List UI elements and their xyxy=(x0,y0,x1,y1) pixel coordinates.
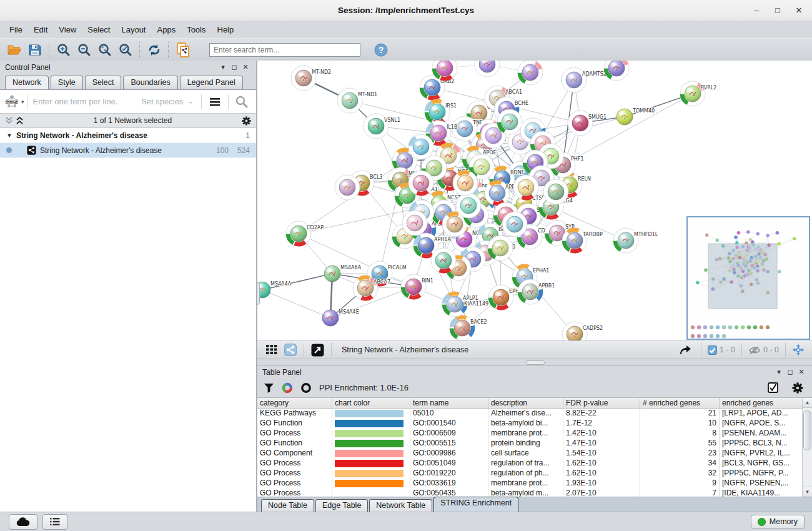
chart-icon[interactable] xyxy=(282,382,293,394)
network-node[interactable] xyxy=(408,171,433,196)
refresh-layout-button[interactable] xyxy=(144,41,164,59)
network-tree-row[interactable]: String Network - Alzheimer's disease1005… xyxy=(0,143,256,158)
zoom-selected-button[interactable] xyxy=(115,41,136,59)
maximize-button[interactable]: □ xyxy=(770,4,786,17)
eye-off-icon[interactable] xyxy=(748,345,761,355)
column-header-termname[interactable]: term name xyxy=(410,398,488,409)
table-row[interactable]: GO FunctionGO:0001540beta-amyloid bi...1… xyxy=(257,419,803,429)
string-share-icon[interactable] xyxy=(281,344,300,356)
menu-tools[interactable]: Tools xyxy=(181,22,211,37)
column-header-description[interactable]: description xyxy=(488,398,563,409)
expand-all-icon[interactable] xyxy=(16,116,24,125)
column-header-enrichedgenes[interactable]: # enriched genes xyxy=(640,398,720,409)
network-node[interactable] xyxy=(513,175,538,200)
tab-edge-table[interactable]: Edge Table xyxy=(315,499,368,512)
scroll-up-arrow[interactable]: ▲ xyxy=(803,398,812,408)
horizontal-splitter[interactable] xyxy=(257,359,812,366)
menu-select[interactable]: Select xyxy=(82,22,116,37)
string-options-icon[interactable] xyxy=(204,97,225,107)
selected-checkbox-icon[interactable] xyxy=(708,345,717,355)
memory-button[interactable]: Memory xyxy=(751,515,805,529)
collapse-all-icon[interactable] xyxy=(5,116,16,125)
network-node[interactable] xyxy=(518,61,543,85)
network-node[interactable] xyxy=(497,109,522,134)
panel-close-icon[interactable]: ✕ xyxy=(240,63,251,71)
species-hint[interactable]: Set species → xyxy=(141,97,199,106)
table-row[interactable]: GO ProcessGO:0019220regulation of ph...1… xyxy=(257,469,803,479)
scrollbar-thumb[interactable] xyxy=(803,410,811,450)
network-node[interactable]: SMUG1 xyxy=(568,111,607,136)
network-node[interactable]: ABCA7 xyxy=(353,275,390,300)
panel-close-icon[interactable]: ✕ xyxy=(796,368,807,376)
table-row[interactable]: GO ProcessGO:0033619membrane prot...1.93… xyxy=(257,479,803,489)
close-button[interactable]: ✕ xyxy=(791,4,807,17)
table-row[interactable]: GO FunctionGO:0005515protein binding1.47… xyxy=(257,439,803,449)
zoom-fit-button[interactable] xyxy=(94,41,115,59)
grid-view-icon[interactable] xyxy=(262,344,281,355)
ring-chart-icon[interactable] xyxy=(300,382,312,394)
help-button[interactable]: ? xyxy=(370,41,391,59)
filter-icon[interactable] xyxy=(264,382,274,393)
network-node[interactable]: BIN1 xyxy=(401,274,433,299)
tab-style[interactable]: Style xyxy=(51,76,83,89)
network-node[interactable]: BACE2 xyxy=(450,315,487,340)
tab-select[interactable]: Select xyxy=(85,76,122,89)
menu-layout[interactable]: Layout xyxy=(116,22,151,37)
network-node[interactable] xyxy=(488,236,513,261)
tab-network[interactable]: Network xyxy=(5,76,49,90)
network-node[interactable]: ADAMTS2 xyxy=(562,67,607,92)
network-node[interactable] xyxy=(408,134,433,159)
panel-menu-icon[interactable]: ▾ xyxy=(217,63,229,71)
export-network-icon[interactable] xyxy=(673,344,697,356)
panel-splitter-handle[interactable] xyxy=(257,282,260,305)
save-session-button[interactable] xyxy=(24,41,45,59)
scroll-down-arrow[interactable]: ▼ xyxy=(803,487,812,497)
tree-expand-caret[interactable]: ▼ xyxy=(5,132,14,139)
menu-view[interactable]: View xyxy=(53,22,82,37)
tab-boundaries[interactable]: Boundaries xyxy=(123,76,177,89)
network-from-clipboard-button[interactable] xyxy=(172,41,193,59)
network-node[interactable]: VSNL1 xyxy=(364,114,400,139)
table-row[interactable]: GO ProcessGO:0051049regulation of tra...… xyxy=(257,459,803,469)
network-node[interactable] xyxy=(475,61,500,77)
network-node[interactable]: MT-ND1 xyxy=(337,88,377,113)
panel-float-icon[interactable]: ◻ xyxy=(229,63,240,71)
network-node[interactable]: CADPS2 xyxy=(562,322,603,340)
network-node[interactable]: MTHFD1L xyxy=(613,228,658,253)
overview-viewport[interactable] xyxy=(708,244,777,309)
table-row[interactable]: GO ProcessGO:0050435beta-amyloid m...2.0… xyxy=(257,489,803,497)
panel-float-icon[interactable]: ◻ xyxy=(785,368,796,376)
table-scrollbar[interactable]: ▲ ▼ xyxy=(802,398,812,497)
table-row[interactable]: GO ProcessGO:0006509membrane prot...1.42… xyxy=(257,429,803,439)
menu-file[interactable]: File xyxy=(4,22,28,37)
pan-tool-icon[interactable] xyxy=(790,344,807,356)
gear-icon[interactable] xyxy=(242,116,251,126)
tab-network-table[interactable]: Network Table xyxy=(369,499,432,512)
zoom-in-button[interactable] xyxy=(53,41,74,59)
network-node[interactable]: MT-ND2 xyxy=(291,66,331,91)
column-header-chartcolor[interactable]: chart color xyxy=(332,398,410,409)
cloud-tasks-button[interactable] xyxy=(9,514,37,530)
tab-string-enrichment[interactable]: STRING Enrichment xyxy=(433,497,518,512)
select-rows-icon[interactable] xyxy=(768,382,785,393)
network-canvas[interactable]: MT-ND2MT-ND1VSNL1CD2APMS4A6AMS4A4AMS4A4E… xyxy=(257,61,812,341)
table-row[interactable]: KEGG Pathways05010Alzheimer's dise...8.8… xyxy=(257,409,803,419)
network-node[interactable]: MS4A4E xyxy=(322,309,359,326)
network-node[interactable]: TARDBP xyxy=(562,228,603,253)
task-history-button[interactable] xyxy=(42,514,67,530)
birdseye-overview[interactable] xyxy=(686,216,810,340)
network-node[interactable] xyxy=(456,193,481,218)
panel-menu-icon[interactable]: ▾ xyxy=(773,368,785,376)
network-node[interactable] xyxy=(453,171,478,196)
network-node[interactable]: TOMM40 xyxy=(616,108,655,125)
column-header-enrichedgenes[interactable]: enriched genes xyxy=(720,398,812,409)
menu-apps[interactable]: Apps xyxy=(152,22,182,37)
network-node[interactable]: PVRL2 xyxy=(680,81,716,106)
tab-node-table[interactable]: Node Table xyxy=(261,499,314,512)
network-node[interactable]: MS4A4A xyxy=(257,281,292,298)
menu-edit[interactable]: Edit xyxy=(28,22,53,37)
network-node[interactable] xyxy=(335,175,360,200)
network-node[interactable]: APBB1 xyxy=(518,279,555,304)
column-header-FDRp-value[interactable]: FDR p-value xyxy=(563,398,640,409)
settings-gear-icon[interactable] xyxy=(792,382,806,394)
